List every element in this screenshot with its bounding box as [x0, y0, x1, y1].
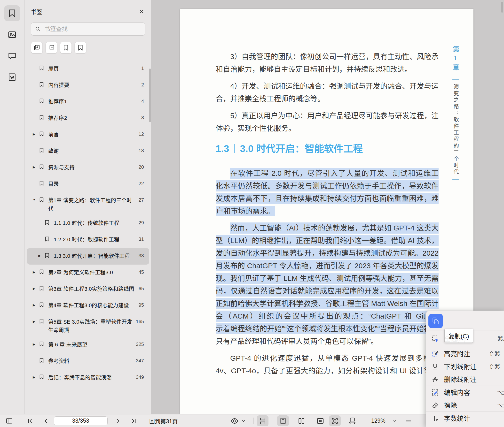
bookmark-item[interactable]: ▶第3章 软件工程3.0实施策略和路线图65 [27, 281, 149, 297]
bookmark-page-number: 27 [139, 196, 144, 203]
triangle-right-icon[interactable]: ▶ [33, 285, 39, 290]
bookmark-label: 资源与支持 [48, 163, 136, 172]
bookmark-item[interactable]: ▶第4章 软件工程3.0的核心能力建设95 [27, 297, 149, 314]
bookmark-page-number: 349 [136, 374, 144, 380]
strikethrough-icon [431, 375, 440, 384]
document-scrollbar[interactable] [501, 2, 503, 13]
bookmark-label: 第4章 软件工程3.0的核心能力建设 [48, 301, 136, 310]
menu-item-label: 擦除 [444, 400, 457, 410]
bookmark-icon [39, 180, 45, 186]
triangle-right-icon[interactable]: ▶ [33, 301, 39, 307]
thumbnails-panel-button[interactable] [4, 27, 20, 43]
bookmark-label: 前言 [48, 130, 136, 139]
export-word-panel-button[interactable] [4, 69, 20, 85]
fit-page-button[interactable] [329, 415, 341, 426]
bookmark-icon [39, 302, 45, 308]
add-bookmark-button[interactable] [60, 42, 72, 53]
menu-item[interactable]: 删除线附注 [426, 373, 504, 386]
triangle-right-icon[interactable]: ▶ [33, 130, 39, 136]
bookmark-item[interactable]: 推荐序14 [27, 94, 149, 110]
bookmark-search-input[interactable] [44, 25, 137, 33]
highlighted-document-line: 化水平仍然较低。多数开发与测试工作仍依赖于手工操作，导致软件企业的研 [216, 180, 439, 192]
remove-bookmark-button[interactable] [75, 42, 86, 53]
continuous-scroll-button[interactable] [257, 415, 268, 426]
triangle-right-icon[interactable]: ▶ [33, 341, 39, 346]
bookmark-item[interactable]: ▶第 6 章 未来展望325 [27, 337, 149, 353]
menu-item-label: 高亮附注 [444, 349, 470, 358]
highlighted-document-line: 码，仅通过自然语言对话就能完成应用程序的开发，这在过去是难以想象的。 [216, 285, 439, 297]
context-menu: 全选(A)⌘A高亮附注⇧⌘下划线附注⇧⌘删除线附注编辑内容⌥擦除⌥字数统计 复制… [426, 311, 504, 427]
next-page-button[interactable] [113, 417, 123, 425]
fit-width-button[interactable] [347, 416, 358, 426]
bookmark-item[interactable]: 参考资料347 [27, 353, 149, 370]
page-number-field[interactable] [54, 416, 108, 425]
bookmark-item[interactable]: 1.1 1.0 时代：传统软件工程29 [27, 215, 149, 232]
bookmark-item[interactable]: 内容提要2 [27, 77, 149, 94]
copy-icon [431, 317, 440, 325]
bookmark-page-number: 29 [139, 219, 144, 226]
actual-size-button[interactable] [315, 416, 326, 426]
triangle-right-icon[interactable]: ▶ [33, 374, 39, 379]
bookmark-label: 第2章 为何定义软件工程3.0 [48, 268, 136, 277]
toggle-sidebar-button[interactable] [4, 416, 14, 426]
bookmark-item[interactable]: ▶第5章 SE 3.0实践场：重塑软件开发生命周期165 [27, 314, 149, 337]
back-to-page-link[interactable]: 回到第31页 [149, 414, 178, 427]
bookmark-item[interactable]: 1.2 2.0 时代：敏捷软件工程31 [27, 232, 149, 248]
arrow-placeholder [33, 114, 39, 116]
page-content: 3）自我管理的团队：像初创公司一样运营，具有主动性、风险承担能力和自治能力，能够… [216, 9, 439, 381]
triangle-down-icon[interactable]: ▼ [33, 196, 39, 201]
bookmark-item[interactable]: ▶前言12 [27, 127, 149, 143]
edit-icon [431, 388, 440, 397]
single-page-view-button[interactable] [277, 415, 289, 426]
menu-item[interactable]: 编辑内容⌥ [426, 386, 504, 399]
zoom-level[interactable]: 129% [371, 414, 386, 427]
bookmark-item[interactable]: ▶资源与支持20 [27, 160, 149, 176]
close-icon[interactable] [138, 8, 145, 15]
last-page-button[interactable] [129, 417, 139, 425]
menu-item[interactable]: 下划线附注⇧⌘ [426, 360, 504, 373]
triangle-right-icon[interactable]: ▶ [33, 268, 39, 274]
zoom-out-button[interactable] [404, 417, 413, 425]
copy-tooltip: 复制(C) [444, 329, 473, 343]
bookmark-list: 扉页1内容提要2推荐序14推荐序28▶前言12致谢18▶资源与支持20目录22▼… [24, 61, 151, 386]
section-heading: 1.3 3.0 时代开启：智能软件工程 [216, 142, 439, 155]
bookmark-page-number: 165 [136, 318, 144, 324]
document-line: GPT-4 的进化速度迅猛，从单模态 GPT-4 快速发展到多模态 GPT- [216, 352, 439, 365]
search-icon [35, 26, 41, 32]
bookmark-item[interactable]: ▶后记：奔腾不息的智能浪潮349 [27, 370, 149, 386]
two-page-view-button[interactable] [296, 415, 307, 426]
zoom-chevron-down-icon[interactable] [392, 418, 397, 424]
previous-page-button[interactable] [41, 417, 51, 425]
document-line: 和自治能力，能够自主设定目标和计划，并持续反思和改进。 [216, 63, 439, 76]
annotations-panel-button[interactable] [4, 48, 20, 64]
menu-item[interactable]: 擦除⌥ [426, 399, 504, 412]
bookmark-icon [39, 374, 45, 380]
collapse-all-button[interactable] [46, 42, 57, 53]
bookmark-item[interactable]: 推荐序28 [27, 110, 149, 127]
triangle-right-icon[interactable]: ▶ [33, 163, 39, 169]
bookmarks-panel-button[interactable] [4, 5, 20, 21]
bookmark-item[interactable]: 目录22 [27, 176, 149, 192]
bookmark-item[interactable]: 扉页1 [27, 61, 149, 77]
first-page-button[interactable] [25, 417, 35, 425]
bookmark-item[interactable]: ▶1.3 3.0 时代开启：智能软件工程33 [27, 248, 149, 265]
bookmark-item[interactable]: ▶第2章 为何定义软件工程3.045 [27, 265, 149, 281]
w-document-icon [7, 72, 17, 82]
triangle-right-icon[interactable]: ▶ [33, 318, 39, 323]
menu-item[interactable]: 高亮附注⇧⌘ [426, 347, 504, 360]
bookmark-label: 推荐序1 [48, 98, 139, 106]
view-settings-button[interactable] [229, 417, 240, 425]
bookmark-item[interactable]: 致谢18 [27, 143, 149, 160]
bookmark-label: 推荐序2 [48, 114, 139, 122]
bookmark-search-box[interactable] [31, 23, 145, 36]
bookmark-plus-icon [62, 44, 70, 51]
bookmark-minus-icon [77, 44, 84, 51]
triangle-right-icon[interactable]: ▶ [38, 252, 44, 258]
copy-button[interactable] [428, 314, 443, 328]
bookmark-item[interactable]: ▼第1章 演变之路：软件工程的三个时代27 [27, 192, 149, 215]
menu-item[interactable]: 字数统计 [426, 412, 504, 425]
expand-all-button[interactable] [31, 42, 43, 53]
bookmark-label: 第5章 SE 3.0实践场：重塑软件开发生命周期 [48, 318, 134, 334]
sidebar-scrollbar[interactable] [149, 69, 151, 122]
image-icon [7, 30, 17, 39]
